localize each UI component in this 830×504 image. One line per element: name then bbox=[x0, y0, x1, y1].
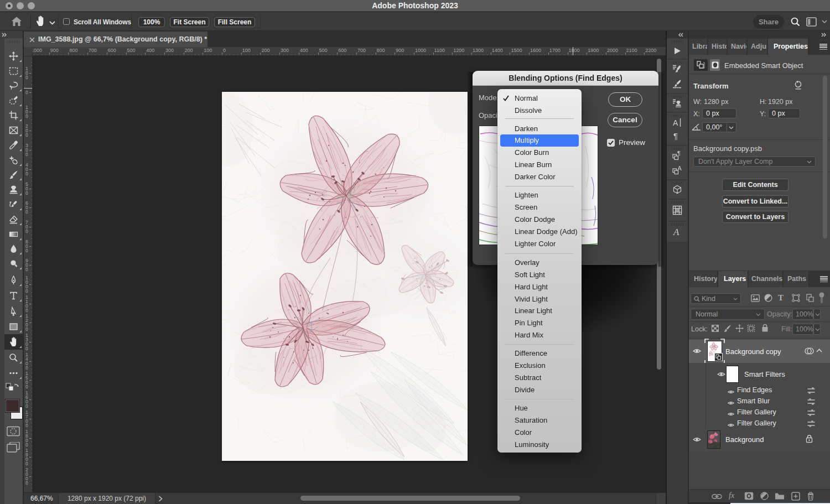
svg-text:¶: ¶ bbox=[677, 150, 681, 157]
svg-text:A: A bbox=[673, 227, 679, 237]
svg-text:¶: ¶ bbox=[673, 132, 678, 141]
svg-text:A: A bbox=[678, 165, 682, 172]
svg-text:A: A bbox=[673, 118, 678, 127]
